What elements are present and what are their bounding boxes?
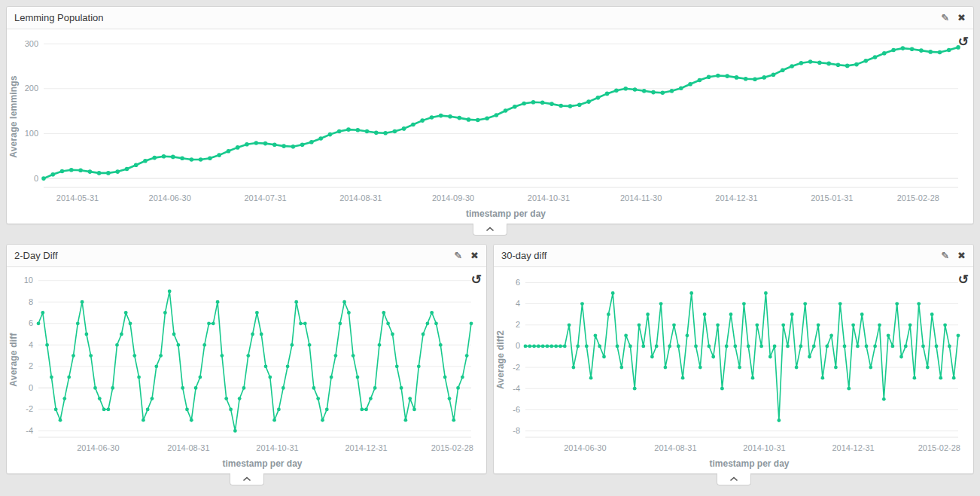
svg-text:-8: -8 (513, 426, 520, 435)
svg-text:2014-10-31: 2014-10-31 (256, 443, 298, 452)
bottom-row: 2-Day Diff ✎ ✖ ↺ Average diff -4-2024681… (6, 244, 974, 474)
svg-text:2014-06-30: 2014-06-30 (149, 193, 191, 202)
two-day-diff-line-chart[interactable]: -4-202468102014-06-302014-08-312014-10-3… (19, 270, 483, 457)
close-icon[interactable]: ✖ (957, 13, 966, 23)
panel-body: ↺ Average lemmings 01002003002014-05-312… (7, 29, 973, 224)
svg-text:-4: -4 (26, 426, 33, 435)
history-icon[interactable]: ↺ (958, 273, 969, 286)
svg-text:0: 0 (516, 341, 520, 350)
svg-text:2014-09-30: 2014-09-30 (432, 193, 474, 202)
panel-actions: ✎ ✖ (941, 13, 966, 23)
svg-text:2014-08-31: 2014-08-31 (654, 443, 696, 452)
panel-body: ↺ Average diff2 -8-6-4-202462014-06-3020… (494, 267, 973, 473)
svg-text:2014-10-31: 2014-10-31 (528, 193, 570, 202)
svg-text:-2: -2 (513, 363, 520, 372)
svg-text:2014-12-31: 2014-12-31 (345, 443, 387, 452)
panel-header: Lemming Population ✎ ✖ (7, 7, 973, 29)
panel-header: 2-Day Diff ✎ ✖ (7, 245, 486, 267)
edit-icon[interactable]: ✎ (941, 13, 949, 23)
svg-text:2014-08-31: 2014-08-31 (339, 193, 382, 202)
svg-text:2015-02-28: 2015-02-28 (897, 193, 939, 202)
svg-text:0: 0 (34, 174, 38, 183)
chevron-up-icon (242, 476, 251, 482)
svg-text:6: 6 (516, 278, 520, 287)
chevron-up-icon (729, 476, 738, 482)
svg-text:2014-12-31: 2014-12-31 (715, 193, 757, 202)
svg-text:2014-05-31: 2014-05-31 (56, 193, 99, 202)
panel-lemming-population: Lemming Population ✎ ✖ ↺ Average lemming… (6, 6, 974, 224)
y-axis-label: Average diff2 (495, 330, 506, 389)
history-icon[interactable]: ↺ (471, 273, 482, 286)
svg-text:-4: -4 (513, 384, 520, 393)
panel-title: 30-day diff (501, 250, 546, 261)
svg-text:-6: -6 (513, 405, 520, 414)
thirty-day-diff-line-chart[interactable]: -8-6-4-202462014-06-302014-08-312014-10-… (506, 270, 970, 457)
panel-2-day-diff: 2-Day Diff ✎ ✖ ↺ Average diff -4-2024681… (6, 244, 487, 474)
svg-text:-2: -2 (26, 404, 33, 413)
svg-text:2014-06-30: 2014-06-30 (564, 443, 606, 452)
x-axis-label: timestamp per day (19, 457, 483, 470)
lemming-population-line-chart[interactable]: 01002003002014-05-312014-06-302014-07-31… (19, 32, 970, 207)
svg-text:2014-07-31: 2014-07-31 (244, 193, 286, 202)
close-icon[interactable]: ✖ (470, 251, 479, 260)
svg-text:4: 4 (29, 340, 33, 349)
y-axis-label: Average lemmings (8, 75, 19, 157)
svg-text:2015-02-28: 2015-02-28 (431, 443, 473, 452)
panel-header: 30-day diff ✎ ✖ (494, 245, 973, 267)
svg-text:200: 200 (25, 84, 38, 93)
panel-actions: ✎ ✖ (941, 251, 966, 260)
panel-title: Lemming Population (14, 12, 104, 23)
svg-text:8: 8 (29, 297, 33, 306)
panel-actions: ✎ ✖ (454, 251, 479, 260)
svg-text:0: 0 (29, 383, 33, 392)
svg-text:6: 6 (29, 318, 33, 327)
svg-text:2014-10-31: 2014-10-31 (743, 443, 785, 452)
panel-body: ↺ Average diff -4-202468102014-06-302014… (7, 267, 486, 473)
svg-text:10: 10 (24, 275, 33, 285)
close-icon[interactable]: ✖ (957, 251, 966, 260)
svg-text:300: 300 (25, 39, 38, 48)
edit-icon[interactable]: ✎ (454, 251, 462, 260)
svg-text:2014-08-31: 2014-08-31 (167, 443, 209, 452)
svg-text:2: 2 (516, 320, 520, 329)
svg-text:4: 4 (516, 299, 520, 308)
svg-text:2014-12-31: 2014-12-31 (832, 443, 874, 452)
svg-text:2014-06-30: 2014-06-30 (77, 443, 119, 452)
svg-text:2014-11-30: 2014-11-30 (620, 193, 662, 202)
svg-text:2015-01-31: 2015-01-31 (811, 193, 853, 202)
x-axis-label: timestamp per day (19, 207, 970, 221)
panel-title: 2-Day Diff (14, 250, 58, 261)
svg-text:100: 100 (25, 129, 38, 138)
collapse-tab[interactable] (717, 473, 751, 485)
history-icon[interactable]: ↺ (958, 35, 969, 48)
svg-text:2: 2 (29, 361, 33, 370)
collapse-tab[interactable] (473, 224, 507, 236)
collapse-tab[interactable] (230, 473, 264, 485)
edit-icon[interactable]: ✎ (941, 251, 949, 260)
x-axis-label: timestamp per day (506, 457, 970, 470)
svg-text:2015-02-28: 2015-02-28 (918, 443, 960, 452)
chevron-up-icon (485, 227, 495, 232)
y-axis-label: Average diff (8, 333, 19, 387)
panel-30-day-diff: 30-day diff ✎ ✖ ↺ Average diff2 -8-6-4-2… (493, 244, 974, 474)
